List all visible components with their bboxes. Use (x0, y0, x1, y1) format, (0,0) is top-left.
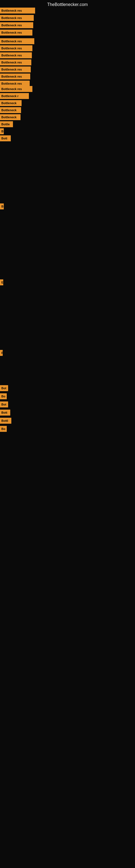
bar-label: E (0, 279, 3, 285)
bar-item: Bottleneck res (0, 52, 32, 58)
bar-label: Bott (0, 410, 10, 415)
bar-label: Bottleneck res (0, 81, 30, 87)
bar-item: E (0, 279, 3, 285)
bar-item: Bottle (0, 121, 13, 127)
bar-item: Bottleneck res (0, 22, 33, 28)
bar-label: Bottle (0, 121, 13, 127)
chart-container: TheBottlenecker.com Bottleneck resBottle… (0, 0, 135, 868)
bar-label: Bottleneck r (0, 93, 29, 99)
bar-label: Bottleneck res (0, 22, 33, 28)
bar-item: Bottleneck res (0, 45, 32, 51)
bar-label: Bottl (0, 418, 11, 424)
bar-item: Bottleneck res (0, 8, 35, 13)
bar-item: Bottleneck res (0, 30, 32, 35)
bar-label: Bottleneck (0, 100, 21, 106)
bar-item: Bottleneck (0, 107, 21, 113)
bar-item: Bot (0, 401, 8, 407)
bar-item: Bottleneck r (0, 93, 29, 99)
bar-label: Bo (0, 393, 7, 399)
bar-label: Bottleneck res (0, 15, 34, 21)
bar-label: Bottleneck res (0, 86, 32, 92)
bar-item: B (0, 128, 4, 134)
bar-item: Bottleneck res (0, 73, 30, 80)
bar-label: Bottleneck res (0, 52, 32, 58)
bar-item: Bottleneck res (0, 59, 31, 65)
bar-item: Bottleneck res (0, 15, 34, 21)
bar-item: Bot (0, 385, 8, 391)
bar-label: Bottleneck res (0, 45, 32, 51)
bar-label: Bottleneck res (0, 8, 35, 13)
bar-item: Bo (0, 393, 7, 399)
bar-label: Bottleneck (0, 107, 21, 113)
bar-item: Bottleneck (0, 114, 20, 120)
bar-item: Bottleneck res (0, 81, 30, 87)
bar-label: R (0, 350, 3, 356)
bar-label: Bot (0, 385, 8, 391)
bar-label: Bottleneck res (0, 66, 31, 72)
bar-item: Bottleneck res (0, 66, 31, 72)
bar-label: Bottleneck (0, 114, 20, 120)
bar-label: B (0, 204, 4, 209)
bar-label: Bottleneck res (0, 38, 34, 44)
bar-item: Bottl (0, 418, 11, 424)
bar-label: Bot (0, 401, 8, 407)
bar-item: Bo (0, 426, 7, 432)
bar-item: Bottleneck res (0, 38, 34, 44)
bar-item: R (0, 350, 3, 356)
bar-label: Bottleneck res (0, 30, 32, 35)
bar-item: Bottleneck (0, 100, 21, 106)
bar-label: Bott (0, 135, 11, 141)
bar-item: Bottleneck res (0, 86, 32, 92)
bar-label: Bottleneck res (0, 59, 31, 65)
bar-item: Bott (0, 410, 10, 415)
bar-item: Bott (0, 135, 11, 141)
bar-label: Bo (0, 426, 7, 432)
bar-label: Bottleneck res (0, 73, 30, 80)
bar-label: B (0, 128, 4, 134)
bar-item: B (0, 204, 4, 209)
